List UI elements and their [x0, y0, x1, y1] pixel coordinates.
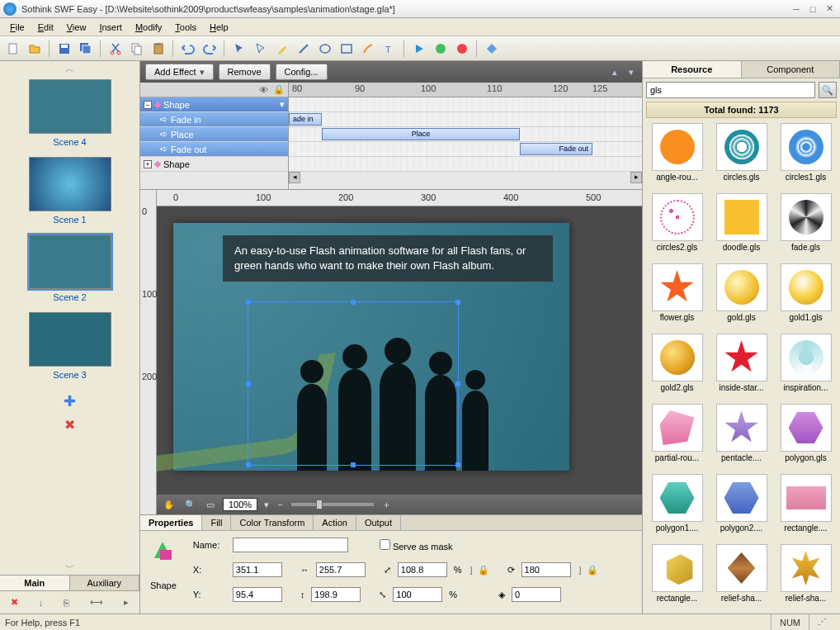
resource-item[interactable]: partial-rou... [646, 404, 708, 471]
paste-button[interactable] [149, 39, 168, 59]
selection-box[interactable] [248, 301, 459, 466]
fit-icon[interactable]: ▭ [205, 500, 216, 510]
scene-thumb-3[interactable] [29, 312, 111, 367]
export-button[interactable] [452, 39, 472, 59]
delete-scene-button[interactable]: ✖ [62, 416, 78, 433]
eye-icon[interactable]: 👁 [259, 85, 268, 95]
timeline-up-icon[interactable]: ▴ [609, 67, 621, 78]
search-button[interactable]: 🔍 [819, 82, 837, 98]
scene-item[interactable]: Scene 4 [17, 79, 123, 147]
oval-tool[interactable] [315, 39, 335, 59]
scene-scroll-up[interactable]: ︿ [0, 61, 139, 76]
skew-input[interactable] [512, 587, 561, 602]
x-input[interactable] [233, 562, 282, 577]
layer-fadein[interactable]: ➪ Fade in [140, 112, 288, 127]
close-button[interactable]: ✕ [822, 2, 837, 16]
scene-item[interactable]: Scene 1 [17, 157, 123, 225]
save-button[interactable] [54, 39, 74, 59]
timeline-ruler[interactable]: 80 90 100 110 120 125 [289, 83, 642, 97]
scene-tool-4[interactable]: ⟷ [90, 597, 103, 608]
resource-item[interactable]: relief-sha... [775, 544, 837, 612]
new-button[interactable] [3, 39, 23, 59]
scene-thumb-1[interactable] [29, 157, 111, 211]
subselect-tool[interactable] [251, 39, 271, 59]
preview-button[interactable] [431, 39, 451, 59]
menu-help[interactable]: Help [203, 21, 235, 34]
resource-item[interactable]: inspiration... [775, 334, 837, 401]
maximize-button[interactable]: □ [805, 2, 820, 16]
layer-shape-1[interactable]: −Shape▾ [140, 97, 288, 112]
menu-file[interactable]: File [3, 21, 31, 34]
tab-resource[interactable]: Resource [643, 61, 742, 78]
scene-item[interactable]: Scene 2 [17, 234, 123, 302]
tab-color-transform[interactable]: Color Transform [231, 515, 314, 530]
scene-item[interactable]: Scene 3 [17, 312, 123, 380]
open-button[interactable] [25, 39, 45, 59]
pointer-tool[interactable] [229, 39, 249, 59]
publish-button[interactable] [482, 39, 502, 59]
zoom-tool-icon[interactable]: 🔍 [183, 500, 198, 510]
play-button[interactable] [409, 39, 429, 59]
text-tool[interactable]: T [380, 39, 399, 59]
clip-place[interactable]: Place [322, 128, 520, 140]
resource-item[interactable]: polygon.gls [775, 404, 837, 471]
zoom-out-icon[interactable]: − [276, 500, 284, 509]
undo-button[interactable] [178, 39, 198, 59]
scene-tool-5[interactable]: ▸ [124, 597, 129, 608]
scaley-input[interactable] [393, 587, 442, 602]
copy-button[interactable] [127, 39, 147, 59]
scalex-input[interactable] [398, 562, 447, 577]
clip-fadein[interactable]: ade in [289, 113, 322, 126]
resource-item[interactable]: gold1.gls [775, 263, 837, 331]
hand-tool-icon[interactable]: ✋ [162, 500, 177, 510]
clip-fadeout[interactable]: Fade out [520, 143, 592, 155]
timeline-down-icon[interactable]: ▾ [625, 67, 637, 78]
add-effect-button[interactable]: Add Effect▾ [145, 64, 214, 80]
resource-item[interactable]: angle-rou... [646, 123, 708, 191]
rotate-input[interactable] [521, 562, 571, 577]
stage[interactable]: An easy-to-use Flash animation software … [173, 223, 569, 471]
timeline-tracks[interactable]: 80 90 100 110 120 125 ade in Place Fade … [289, 83, 642, 189]
height-input[interactable] [311, 587, 361, 602]
tab-main[interactable]: Main [0, 576, 70, 590]
remove-effect-button[interactable]: Remove [219, 64, 271, 80]
layer-fadeout[interactable]: ➪ Fade out [140, 142, 288, 157]
resource-item[interactable]: flower.gls [646, 263, 708, 331]
resource-item[interactable]: gold.gls [710, 263, 772, 331]
resource-item[interactable]: fade.gls [775, 193, 837, 261]
resource-item[interactable]: circles2.gls [646, 193, 708, 261]
tab-auxiliary[interactable]: Auxiliary [70, 576, 140, 590]
resource-item[interactable]: polygon2.... [710, 474, 772, 542]
redo-button[interactable] [200, 39, 219, 59]
y-input[interactable] [233, 587, 282, 602]
pen-tool[interactable] [272, 39, 292, 59]
width-input[interactable] [316, 562, 366, 577]
resource-item[interactable]: rectangle.... [775, 474, 837, 542]
menu-insert[interactable]: Insert [92, 21, 129, 34]
tab-output[interactable]: Output [356, 515, 401, 530]
brush-tool[interactable] [358, 39, 378, 59]
resource-item[interactable]: doodle.gls [710, 193, 772, 261]
scene-tool-3[interactable]: ⎘ [64, 598, 69, 608]
scene-tool-1[interactable]: ✖ [11, 597, 18, 608]
zoom-slider[interactable] [291, 503, 374, 506]
timeline-scrollbar[interactable]: ◂▸ [289, 172, 642, 183]
scene-scroll-down[interactable]: ﹀ [0, 560, 139, 575]
scale-lock-icon[interactable]: ］🔒 [469, 564, 489, 576]
zoom-in-icon[interactable]: ＋ [380, 499, 393, 511]
minimize-button[interactable]: ─ [789, 2, 804, 16]
add-scene-button[interactable]: ✚ [62, 393, 78, 410]
resource-item[interactable]: inside-star... [710, 334, 772, 401]
rect-tool[interactable] [337, 39, 356, 59]
resource-item[interactable]: relief-sha... [710, 544, 772, 612]
menu-edit[interactable]: Edit [31, 21, 60, 34]
menu-tools[interactable]: Tools [168, 21, 203, 34]
resource-item[interactable]: circles1.gls [775, 123, 837, 191]
scene-thumb-2[interactable] [29, 234, 111, 289]
saveall-button[interactable] [76, 39, 96, 59]
layer-place[interactable]: ➪ Place [140, 127, 288, 142]
resource-item[interactable]: pentacle.... [710, 404, 772, 471]
menu-modify[interactable]: Modify [129, 21, 168, 34]
resource-item[interactable]: circles.gls [710, 123, 772, 191]
config-effect-button[interactable]: Config... [276, 64, 328, 80]
